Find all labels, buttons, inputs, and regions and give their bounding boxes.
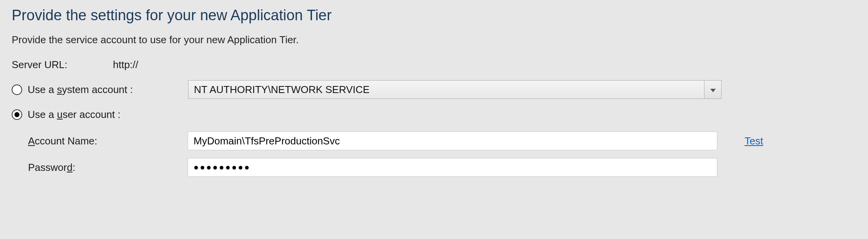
accelerator-char: s	[57, 84, 62, 95]
accelerator-char: d	[67, 162, 72, 173]
account-name-row: Account Name: Test	[12, 132, 856, 150]
user-account-label[interactable]: Use a user account :	[28, 109, 120, 121]
password-input[interactable]	[188, 158, 717, 177]
user-account-row: Use a user account :	[12, 106, 856, 123]
test-link[interactable]: Test	[745, 135, 763, 147]
system-account-row: Use a system account : NT AUTHORITY\NETW…	[12, 80, 856, 99]
text-fragment: Passwor	[28, 162, 67, 173]
page-title: Provide the settings for your new Applic…	[12, 7, 856, 24]
text-fragment: Use a	[28, 109, 57, 120]
password-row: Password:	[12, 158, 856, 177]
system-account-dropdown-value: NT AUTHORITY\NETWORK SERVICE	[188, 81, 704, 98]
text-fragment: :	[72, 162, 75, 173]
user-account-radio[interactable]	[12, 109, 22, 120]
text-fragment: ccount Name:	[35, 135, 97, 147]
account-name-label: Account Name:	[28, 135, 188, 147]
accelerator-char: A	[28, 135, 35, 147]
page-subtitle: Provide the service account to use for y…	[12, 34, 856, 46]
system-account-radio[interactable]	[12, 84, 22, 95]
password-label: Password:	[28, 162, 188, 174]
text-fragment: ystem account :	[62, 84, 133, 95]
server-url-row: Server URL: http://	[12, 56, 856, 73]
text-fragment: ser account :	[63, 109, 121, 120]
server-url-label: Server URL:	[12, 59, 113, 71]
chevron-down-icon	[710, 84, 716, 95]
server-url-value: http://	[113, 59, 138, 71]
system-account-label[interactable]: Use a system account :	[28, 84, 181, 96]
accelerator-char: u	[57, 109, 62, 120]
account-name-input[interactable]	[188, 132, 717, 150]
dropdown-toggle-button[interactable]	[704, 81, 721, 98]
text-fragment: Use a	[28, 84, 57, 95]
svg-marker-0	[710, 89, 716, 92]
system-account-dropdown[interactable]: NT AUTHORITY\NETWORK SERVICE	[188, 80, 722, 99]
